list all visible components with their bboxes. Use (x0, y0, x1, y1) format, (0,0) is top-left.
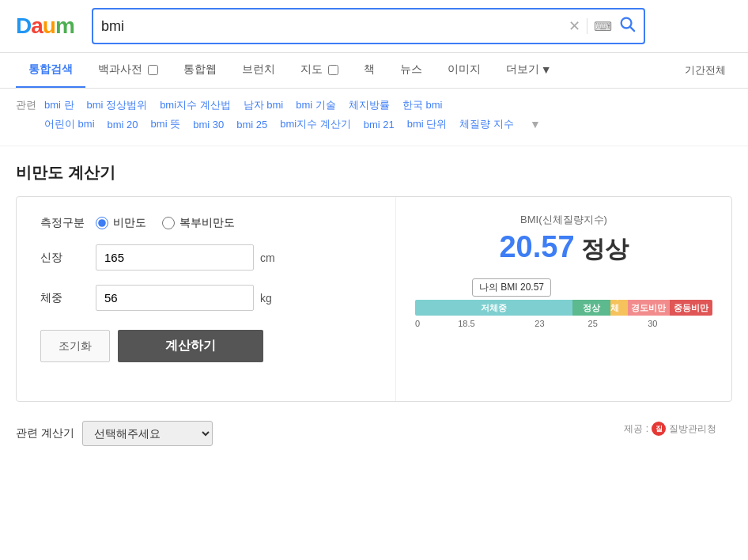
bmi-seg-over: 과체중 (610, 300, 627, 316)
provider-logo: 질 (652, 422, 666, 436)
bmi-result: 20.57 정상 (499, 230, 628, 266)
bmi-status: 정상 (581, 233, 629, 266)
main-content: 비만도 계산기 측정구분 비만도 복부비만도 신장 (0, 146, 748, 462)
nav-item-more[interactable]: 더보기 ▼ (493, 53, 565, 88)
bmi-seg-low: 저체중 (415, 300, 572, 316)
bmi-indicator: 나의 BMI 20.57 저체중 정상 과체중 경도비만 중등비만 0 18.5… (415, 278, 712, 328)
scale-23: 23 (513, 319, 566, 328)
nav-item-book[interactable]: 책 (351, 53, 387, 88)
map-checkbox[interactable] (328, 65, 338, 75)
radio-bmi[interactable]: 비만도 (96, 216, 146, 230)
weight-input[interactable] (96, 285, 254, 311)
provider-text: 제공 : (624, 422, 648, 436)
logo-a: a (31, 13, 43, 39)
scale-end (686, 319, 712, 328)
chevron-down-icon: ▼ (541, 63, 552, 76)
nav-item-integrated[interactable]: 통합검색 (16, 53, 85, 88)
related-link-r2-8[interactable]: 체질량 지수 (459, 117, 514, 131)
nav-item-image[interactable]: 이미지 (435, 53, 493, 88)
scale-25: 25 (566, 319, 619, 328)
radio-abdominal-input[interactable] (162, 217, 175, 229)
encyclopedia-checkbox[interactable] (148, 65, 158, 75)
svg-line-1 (630, 27, 634, 31)
related-label: 관련 (16, 98, 36, 112)
bmi-label: BMI(신체질량지수) (520, 213, 607, 227)
nav-item-encyclopedia-label: 백과사전 (98, 62, 142, 75)
nav-item-news[interactable]: 뉴스 (387, 53, 435, 88)
height-input[interactable] (96, 244, 254, 271)
weight-row: 체중 kg (40, 285, 372, 311)
search-input[interactable] (101, 18, 569, 35)
radio-bmi-input[interactable] (96, 217, 108, 229)
height-input-wrapper: cm (96, 244, 275, 271)
logo-u: u (43, 13, 55, 39)
nav-item-more-label: 더보기 (506, 62, 539, 77)
nav-item-map[interactable]: 지도 (288, 53, 351, 88)
keyboard-icon[interactable]: ⌨ (594, 19, 612, 34)
nav-item-encyclopedia[interactable]: 백과사전 (85, 53, 171, 88)
related-link-6[interactable]: 한국 bmi (402, 98, 443, 112)
related-link-r2-3[interactable]: bmi 30 (193, 119, 224, 131)
nav-item-map-label: 지도 (300, 62, 323, 75)
search-button[interactable] (618, 15, 636, 37)
related-calc-label: 관련 계산기 (16, 426, 74, 441)
section-title: 비만도 계산기 (16, 162, 732, 184)
related-link-r2-5[interactable]: bmi지수 계산기 (280, 117, 351, 131)
card-footer: 관련 계산기 선택해주세요 체질량지수(BMI) 기초대사량 체지방률 제공 :… (16, 410, 732, 446)
search-box: ✕ ⌨ (92, 8, 645, 44)
related-link-r2-0[interactable]: 어린이 bmi (44, 117, 95, 131)
bmi-value: 20.57 (499, 230, 574, 264)
weight-label: 체중 (40, 291, 96, 305)
related-link-r2-7[interactable]: bmi 단위 (407, 117, 448, 131)
related-link-r2-1[interactable]: bmi 20 (108, 119, 138, 131)
related-section: 관련 bmi 란 bmi 정상범위 bmi지수 계산법 남자 bmi bmi 기… (0, 89, 748, 146)
radio-abdominal[interactable]: 복부비만도 (162, 216, 235, 230)
measurement-row: 측정구분 비만도 복부비만도 (40, 216, 372, 230)
bmi-bar: 저체중 정상 과체중 경도비만 중등비만 (415, 300, 712, 316)
reset-button[interactable]: 조기화 (40, 330, 110, 362)
bmi-seg-obese2: 중등비만 (670, 300, 712, 316)
nav-item-integrated-web[interactable]: 통합웹 (171, 53, 229, 88)
calc-result-panel: BMI(신체질량지수) 20.57 정상 나의 BMI 20.57 저체중 정상… (396, 197, 731, 401)
logo-m: m (55, 13, 74, 39)
bmi-my-label-wrapper: 나의 BMI 20.57 (415, 278, 712, 300)
logo-d: D (16, 13, 31, 39)
button-row: 조기화 계산하기 (40, 330, 372, 362)
related-link-1[interactable]: bmi 정상범위 (87, 98, 148, 112)
nav-item-brunch[interactable]: 브런치 (229, 53, 288, 88)
clear-icon[interactable]: ✕ (569, 17, 580, 35)
nav-period[interactable]: 기간전체 (678, 54, 732, 87)
bmi-my-label: 나의 BMI 20.57 (472, 278, 551, 297)
related-link-2[interactable]: bmi지수 계산법 (160, 98, 231, 112)
bmi-seg-normal: 정상 (572, 300, 610, 316)
calc-input-panel: 측정구분 비만도 복부비만도 신장 cm (17, 197, 396, 401)
related-link-r2-2[interactable]: bmi 뜻 (151, 117, 181, 131)
search-divider (587, 18, 587, 34)
weight-input-wrapper: kg (96, 285, 272, 311)
radio-bmi-label: 비만도 (113, 216, 146, 230)
height-unit: cm (260, 252, 275, 264)
related-expand-icon[interactable]: ▼ (530, 118, 541, 131)
provider-info: 제공 : 질 질방관리청 (608, 415, 732, 441)
navigation: 통합검색 백과사전 통합웹 브런치 지도 책 뉴스 이미지 더보기 ▼ 기간전체 (0, 53, 748, 89)
header: Daum ✕ ⌨ (0, 0, 748, 53)
related-row-1: 관련 bmi 란 bmi 정상범위 bmi지수 계산법 남자 bmi bmi 기… (16, 98, 732, 112)
related-link-5[interactable]: 체지방률 (349, 98, 390, 112)
height-label: 신장 (40, 251, 96, 265)
scale-30: 30 (619, 319, 686, 328)
calculate-button[interactable]: 계산하기 (118, 330, 263, 362)
radio-group: 비만도 복부비만도 (96, 216, 235, 230)
related-link-r2-4[interactable]: bmi 25 (236, 119, 267, 131)
related-link-0[interactable]: bmi 란 (44, 98, 74, 112)
provider-name: 질방관리청 (669, 422, 716, 436)
logo[interactable]: Daum (16, 13, 79, 39)
related-link-r2-6[interactable]: bmi 21 (364, 119, 395, 131)
weight-unit: kg (260, 292, 272, 305)
related-link-3[interactable]: 남자 bmi (244, 98, 284, 112)
related-link-4[interactable]: bmi 기술 (296, 98, 336, 112)
measurement-label: 측정구분 (40, 216, 96, 230)
scale-18: 18.5 (420, 319, 513, 328)
related-calc-select[interactable]: 선택해주세요 체질량지수(BMI) 기초대사량 체지방률 (82, 421, 213, 446)
related-calc: 관련 계산기 선택해주세요 체질량지수(BMI) 기초대사량 체지방률 (16, 421, 213, 446)
height-row: 신장 cm (40, 244, 372, 271)
